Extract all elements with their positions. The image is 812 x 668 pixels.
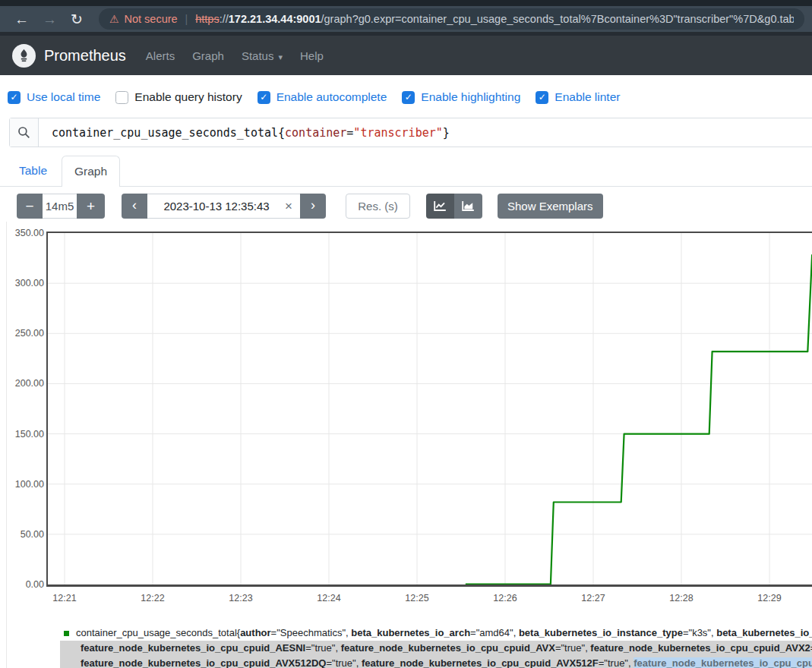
y-axis-tick-label: 200.00	[7, 378, 44, 389]
nav-link-graph[interactable]: Graph	[192, 49, 224, 62]
chart-svg	[48, 233, 812, 584]
clear-datetime-icon[interactable]: ×	[285, 199, 292, 214]
url-scheme: https	[195, 13, 219, 25]
legend-label-name: beta_kubernetes_io_os	[716, 627, 812, 638]
browser-top-strip	[0, 0, 812, 6]
duration-input[interactable]	[43, 194, 77, 219]
y-axis-tick-label: 0.00	[7, 579, 44, 590]
query-icon-cell	[10, 118, 39, 147]
legend-label-name: feature_node_kubernetes_io_cpu_cpuid_AVX…	[590, 642, 810, 654]
y-axis-tick-label: 300.00	[7, 278, 44, 288]
tab-graph[interactable]: Graph	[62, 156, 120, 187]
datetime-input[interactable]	[152, 200, 281, 213]
not-secure-label[interactable]: Not secure	[124, 13, 177, 25]
legend-label-value: ="true",	[326, 657, 361, 668]
checkbox-label: Enable linter	[554, 90, 620, 104]
time-picker-group: ‹ × ›	[122, 194, 326, 219]
y-axis-tick-label: 350.00	[7, 228, 44, 238]
query-expression-input[interactable]: container_cpu_usage_seconds_total{contai…	[39, 118, 812, 147]
checkbox-label: Enable highlighting	[421, 90, 520, 104]
x-axis-tick-label: 12:23	[218, 593, 264, 603]
increase-duration-button[interactable]: +	[77, 194, 105, 219]
query-token-string: "transcriber"	[353, 126, 442, 140]
x-axis-tick-label: 12:27	[570, 593, 616, 603]
legend-line-1[interactable]: container_cpu_usage_seconds_total{author…	[60, 625, 812, 641]
y-axis-tick-label: 50.00	[7, 529, 44, 540]
legend-line-3[interactable]: feature_node_kubernetes_io_cpu_cpuid_AVX…	[60, 656, 812, 668]
graph-panel: 0.0050.00100.00150.00200.00250.00300.003…	[6, 222, 812, 668]
flame-icon	[17, 49, 31, 63]
chart-plot-area[interactable]	[46, 232, 812, 587]
legend-label-name: beta_kubernetes_io_instance_type	[519, 627, 683, 638]
query-expression-box: container_cpu_usage_seconds_total{contai…	[9, 118, 812, 147]
decrease-duration-button[interactable]: −	[17, 194, 43, 219]
legend-label-value: ="k3s",	[683, 627, 716, 638]
y-axis-tick-label: 100.00	[7, 479, 44, 490]
stacked-area-icon	[462, 200, 475, 212]
brand-title[interactable]: Prometheus	[44, 47, 126, 65]
browser-window: ← → ↻ ⚠ Not secure | https://172.21.34.4…	[0, 0, 812, 668]
show-exemplars-button[interactable]: Show Exemplars	[498, 194, 603, 219]
line-chart-toggle-button[interactable]	[426, 194, 454, 219]
reload-icon[interactable]: ↻	[71, 12, 83, 27]
page-url[interactable]: https://172.21.34.44:9001/graph?g0.expr=…	[195, 13, 794, 25]
legend-label-name: beta_kubernetes_io_arch	[351, 627, 470, 638]
checkbox-label: Use local time	[27, 90, 100, 104]
url-separator: ://	[220, 13, 229, 25]
legend-swatch-icon	[64, 631, 69, 636]
x-axis-tick-label: 12:21	[42, 593, 87, 603]
checked-checkbox-icon: ✓	[258, 91, 270, 104]
query-token-plain: container_cpu_usage_seconds_total{	[52, 126, 285, 140]
y-axis-tick-label: 250.00	[7, 328, 44, 339]
x-axis-tick-label: 12:22	[130, 593, 175, 603]
nav-link-help[interactable]: Help	[300, 49, 324, 62]
previous-time-button[interactable]: ‹	[122, 194, 147, 219]
stacked-chart-toggle-button[interactable]	[454, 194, 482, 219]
legend-label-value: container_cpu_usage_seconds_total{	[76, 627, 240, 638]
legend-label-value: ="true",	[555, 642, 590, 654]
prometheus-logo-icon[interactable]	[12, 44, 36, 68]
address-bar[interactable]: ⚠ Not secure | https://172.21.34.44:9001…	[99, 8, 804, 30]
back-icon[interactable]: ←	[14, 12, 29, 27]
view-tabs: Table Graph	[0, 156, 812, 187]
legend-text: container_cpu_usage_seconds_total{author…	[76, 625, 812, 641]
graph-controls: − + ‹ × ›	[17, 194, 603, 219]
checkbox-enable-query-history[interactable]: Enable query history	[115, 90, 242, 104]
checked-checkbox-icon: ✓	[536, 91, 548, 104]
chart-type-toggle-group	[426, 194, 482, 219]
browser-toolbar: ← → ↻ ⚠ Not secure | https://172.21.34.4…	[0, 6, 812, 32]
datetime-field: ×	[147, 194, 300, 219]
legend-text: feature_node_kubernetes_io_cpu_cpuid_AVX…	[81, 657, 812, 668]
checked-checkbox-icon: ✓	[402, 91, 415, 104]
not-secure-warning-icon: ⚠	[109, 13, 119, 25]
legend-label-name: feature_node_kubernetes_io_cpu_cpuid_AVX	[341, 642, 555, 654]
checkbox-enable-linter[interactable]: ✓Enable linter	[536, 90, 620, 104]
checkbox-label: Enable autocomplete	[276, 90, 387, 104]
checkbox-enable-autocomplete[interactable]: ✓Enable autocomplete	[258, 90, 387, 104]
checkbox-enable-highlighting[interactable]: ✓Enable highlighting	[402, 90, 520, 104]
address-bar-divider: |	[185, 13, 188, 25]
chart-legend: container_cpu_usage_seconds_total{author…	[60, 625, 812, 668]
legend-label-name: feature_node_kubernetes_io_cpu_cpuid_AVX…	[362, 657, 599, 668]
legend-label-value: ="true",	[305, 642, 340, 654]
forward-icon[interactable]: →	[43, 12, 57, 27]
url-host: 172.21.34.44:9001	[229, 13, 321, 25]
nav-link-status[interactable]: Status ▾	[242, 49, 283, 62]
checkbox-use-local-time[interactable]: ✓Use local time	[8, 90, 100, 104]
query-token-label: container	[285, 126, 346, 140]
line-chart-icon	[434, 200, 447, 212]
next-time-button[interactable]: ›	[300, 194, 326, 219]
settings-row: ✓Use local timeEnable query history✓Enab…	[8, 85, 620, 109]
x-axis-tick-label: 12:24	[306, 593, 352, 603]
legend-label-name: author	[240, 627, 270, 638]
legend-label-value: ="Speechmatics",	[271, 627, 352, 638]
tab-table[interactable]: Table	[19, 164, 47, 178]
legend-line-2[interactable]: feature_node_kubernetes_io_cpu_cpuid_AES…	[60, 641, 812, 656]
query-token-plain: =	[346, 126, 353, 140]
nav-link-alerts[interactable]: Alerts	[146, 49, 175, 62]
legend-label-value: ="amd64",	[470, 627, 519, 638]
url-path: /graph?g0.expr=container_cpu_usage_secon…	[321, 13, 794, 25]
resolution-input[interactable]	[346, 194, 410, 219]
checkbox-label: Enable query history	[134, 90, 242, 104]
series-line-container-cpu-usage-seconds-total	[466, 255, 812, 584]
